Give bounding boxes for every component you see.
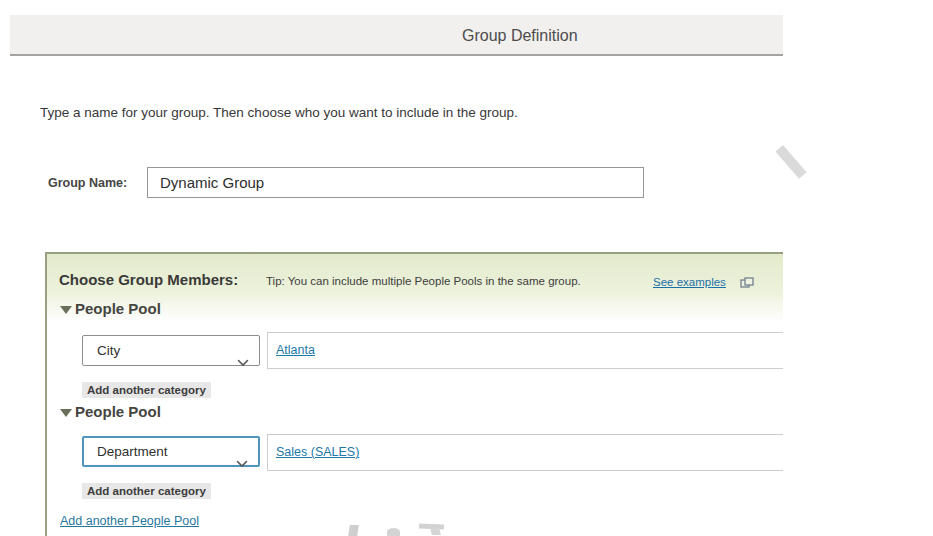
watermark-diagonal-mark [775,145,806,179]
page-title: Group Definition [462,27,578,45]
collapse-triangle-icon[interactable] [60,306,72,314]
section-tip: Tip: You can include multiple People Poo… [266,275,581,287]
add-another-people-pool-link[interactable]: Add another People Pool [60,514,199,528]
add-another-category-button[interactable]: Add another category [82,382,211,398]
chevron-down-icon [237,348,249,377]
section-title: Choose Group Members: [59,271,238,288]
category-select-value: Department [97,444,168,459]
category-select-city[interactable]: City [82,335,260,366]
add-another-category-button[interactable]: Add another category [82,483,211,499]
choose-group-members-section: Choose Group Members: Tip: You can inclu… [45,252,783,536]
group-name-label: Group Name: [48,176,127,190]
watermark-mark [387,528,400,536]
title-bar [10,15,783,56]
watermark-mark [430,528,441,535]
category-value-link[interactable]: Sales (SALES) [276,445,359,459]
category-select-value: City [97,343,120,358]
category-value-link[interactable]: Atlanta [276,343,315,357]
category-values-field: Sales (SALES) [267,434,783,471]
watermark-mark [348,525,359,536]
group-name-input[interactable] [147,167,644,198]
collapse-triangle-icon[interactable] [60,409,72,417]
category-select-department[interactable]: Department [82,436,260,467]
group-definition-page: Group Definition Type a name for your gr… [0,0,933,536]
instruction-text: Type a name for your group. Then choose … [40,105,518,120]
open-in-new-window-icon[interactable] [740,275,754,293]
category-values-field: Atlanta [267,332,783,369]
chevron-down-icon [236,450,248,477]
people-pool-title: People Pool [75,403,161,420]
people-pool-title: People Pool [75,300,161,317]
see-examples-link[interactable]: See examples [653,276,726,288]
